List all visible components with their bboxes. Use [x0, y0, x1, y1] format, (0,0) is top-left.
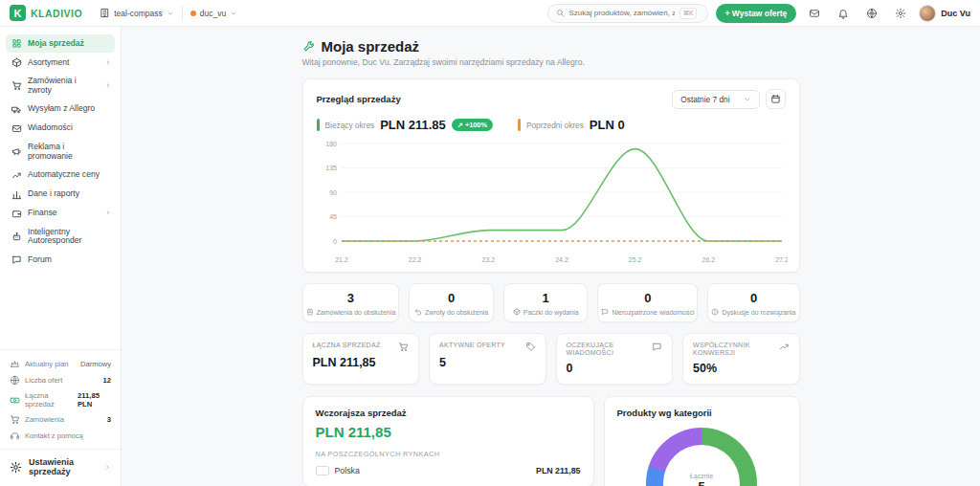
sidebar-item-autoresponder[interactable]: Inteligentny Autoresponder — [6, 224, 115, 251]
search-box[interactable]: ⌘K — [547, 4, 708, 23]
mail-icon — [11, 123, 22, 134]
stat-label: Łączna sprzedaż — [25, 391, 73, 409]
crown-icon — [10, 359, 20, 369]
sidebar-item-label: Inteligentny Autoresponder — [28, 228, 109, 247]
tag-icon — [525, 342, 536, 352]
chat-icon — [11, 254, 22, 265]
cart-icon — [398, 342, 409, 352]
truck-icon — [11, 104, 22, 115]
alert-icon — [711, 308, 719, 316]
wrench-icon — [302, 40, 315, 53]
chevron-down-icon — [167, 10, 174, 17]
sidebar-item-moja-sprzedaz[interactable]: Moja sprzedaż — [6, 34, 115, 53]
sidebar-item-wiadomosci[interactable]: Wiadomości — [6, 120, 115, 138]
account-status-dot — [190, 11, 196, 16]
trend-icon — [11, 170, 22, 181]
stat-label: Aktualny plan — [25, 360, 69, 368]
main-content: Moja sprzedaż Witaj ponownie, Duc Vu. Za… — [122, 27, 980, 486]
sidebar-item-forum[interactable]: Forum — [6, 251, 115, 269]
sidebar: Moja sprzedaż Asortyment › Zamówienia i … — [0, 27, 122, 486]
quick-card-parcels[interactable]: 1 Paczki do wydania — [503, 283, 589, 322]
date-range-select[interactable]: Ostatnie 7 dni — [672, 90, 759, 109]
sidebar-item-label: Dane i raporty — [28, 189, 109, 199]
quick-card-returns[interactable]: 0 Zwroty do obsłużenia — [409, 283, 494, 322]
sidebar-item-asortyment[interactable]: Asortyment › — [6, 54, 115, 72]
stat-offer-count: Liczba ofert 12 — [10, 372, 111, 388]
sidebar-item-wysylam[interactable]: Wysyłam z Allegro — [6, 100, 115, 119]
quick-card-orders-to-handle[interactable]: 3 Zamówienia do obsłużenia — [302, 283, 400, 322]
support-link[interactable]: Kontakt z pomocą — [10, 428, 111, 444]
stat-current-plan: Aktualny plan Darmowy — [10, 356, 111, 372]
page-subtitle: Witaj ponownie, Duc Vu. Zarządzaj swoimi… — [302, 57, 800, 67]
page-header: Moja sprzedaż Witaj ponownie, Duc Vu. Za… — [302, 38, 800, 67]
quick-value: 0 — [601, 291, 694, 305]
chat-icon — [601, 308, 609, 316]
donut-center-label: Łącznie — [690, 473, 713, 479]
wallet-icon — [11, 209, 22, 219]
kpi-value: PLN 211,85 — [313, 356, 410, 369]
settings-label: Ustawienia sprzedaży — [29, 457, 98, 476]
yesterday-title: Wczorajsza sprzedaż — [316, 408, 581, 418]
categories-title: Produkty wg kategorii — [617, 408, 787, 418]
svg-text:24.2: 24.2 — [555, 256, 568, 263]
globe-icon — [10, 375, 20, 386]
create-offer-button[interactable]: + Wystaw ofertę — [716, 4, 797, 23]
sales-settings-button[interactable]: Ustawienia sprzedaży — [0, 449, 121, 480]
trend-icon — [779, 342, 790, 352]
account-dropdown[interactable]: duc_vu — [190, 9, 237, 18]
svg-text:90: 90 — [329, 189, 337, 196]
chevron-right-icon — [104, 463, 111, 472]
chevron-down-icon — [230, 10, 237, 17]
avatar — [919, 5, 936, 22]
kpi-label: WSPÓŁCZYNNIK KONWERSJI — [693, 342, 779, 358]
legend-color-tick — [518, 119, 521, 131]
bot-icon — [11, 232, 22, 242]
yesterday-amount: PLN 211,85 — [316, 424, 581, 440]
quick-label: Dyskusje do rozwiązania — [722, 309, 795, 316]
stat-value: Darmowy — [80, 360, 111, 368]
workspace-dropdown[interactable]: teal-compass — [100, 8, 174, 18]
sidebar-item-automatyczne-ceny[interactable]: Automatyczne ceny — [6, 166, 115, 185]
sidebar-item-finanse[interactable]: Finanse › — [6, 205, 115, 223]
search-input[interactable] — [569, 9, 675, 17]
quick-value: 1 — [507, 291, 585, 305]
quick-card-messages[interactable]: 0 Nierozpatrzone wiadomości — [597, 283, 698, 322]
gear-icon[interactable] — [890, 3, 911, 24]
workspace-name: teal-compass — [114, 9, 163, 18]
sidebar-item-label: Automatyczne ceny — [28, 170, 109, 180]
overview-title: Przegląd sprzedaży — [317, 94, 401, 104]
account-name: duc_vu — [200, 9, 226, 18]
bell-icon[interactable] — [833, 3, 854, 24]
quick-card-disputes[interactable]: 0 Dyskusje do rozwiązania — [707, 283, 799, 322]
package-icon — [513, 308, 521, 316]
kpi-value: 50% — [693, 362, 790, 375]
kpi-active-offers: AKTYWNE OFERTY 5 — [429, 333, 546, 385]
sidebar-item-dane-raporty[interactable]: Dane i raporty — [6, 186, 115, 204]
sidebar-item-zamowienia[interactable]: Zamówienia i zwroty › — [6, 73, 115, 99]
kpi-label: OCZEKUJĄCE WIADOMOŚCI — [567, 342, 653, 358]
search-shortcut-badge: ⌘K — [679, 8, 698, 19]
sidebar-item-label: Wysyłam z Allegro — [28, 104, 109, 114]
quick-stats-row: 3 Zamówienia do obsłużenia 0 Zwroty do o… — [302, 283, 800, 322]
sales-overview-card: Przegląd sprzedaży Ostatnie 7 dni — [302, 78, 800, 273]
mail-icon[interactable] — [804, 3, 825, 24]
banknote-icon — [10, 395, 20, 406]
box-icon — [11, 57, 22, 68]
globe-icon[interactable] — [861, 3, 882, 24]
calendar-button[interactable] — [766, 89, 786, 109]
cart-icon — [10, 414, 20, 425]
kpi-label: AKTYWNE OFERTY — [439, 342, 505, 349]
kpi-row: ŁĄCZNA SPRZEDAŻ PLN 211,85 AKTYWNE OFERT… — [302, 333, 800, 385]
brand-logo[interactable]: K KLADIVIO — [10, 5, 82, 21]
quick-label: Nierozpatrzone wiadomości — [612, 309, 694, 316]
chevron-right-icon: › — [106, 81, 109, 91]
sidebar-item-reklama[interactable]: Reklama i promowanie — [6, 139, 115, 166]
user-menu[interactable]: Duc Vu — [919, 5, 970, 22]
user-name: Duc Vu — [941, 9, 970, 18]
svg-text:25.2: 25.2 — [628, 256, 641, 263]
calendar-icon — [770, 94, 781, 104]
legend-color-tick — [317, 119, 320, 131]
chevron-right-icon: › — [106, 58, 109, 68]
svg-text:23.2: 23.2 — [481, 256, 495, 263]
stat-label: Zamówienia — [25, 415, 64, 424]
